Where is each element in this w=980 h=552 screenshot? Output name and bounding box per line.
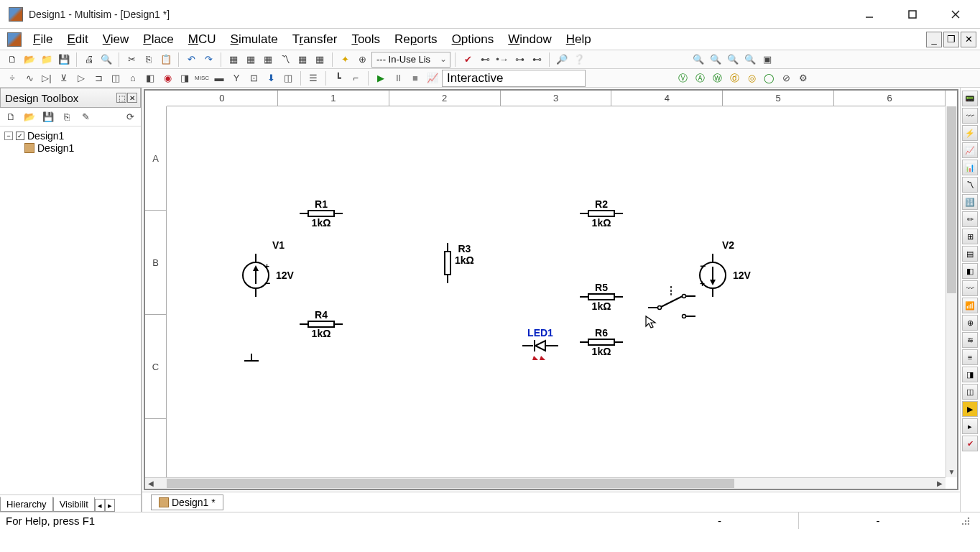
tree-root[interactable]: − ✓ Design1	[4, 130, 137, 142]
instrument-tekscope-button[interactable]: ◫	[962, 384, 978, 400]
net-d-button[interactable]: ⊷	[529, 52, 545, 68]
instrument-funcgen-button[interactable]: 〰	[962, 108, 978, 124]
component-led1[interactable]: LED1	[522, 327, 558, 362]
component-v1[interactable]: V1 + − 12V	[241, 239, 294, 297]
pause-button[interactable]: ⏸	[390, 70, 406, 86]
postproc-button[interactable]: ▦	[295, 52, 310, 68]
probe-f-button[interactable]: ◯	[761, 70, 777, 86]
instrument-logican-button[interactable]: ▤	[962, 246, 978, 262]
toolbox-pin-button[interactable]: ⬚	[116, 93, 126, 103]
tree-checkbox[interactable]: ✓	[16, 132, 24, 140]
component-r4[interactable]: R4 1kΩ	[300, 309, 343, 339]
db-button[interactable]: ⊕	[354, 52, 370, 68]
menu-help[interactable]: Help	[559, 29, 598, 50]
instrument-ivan-button[interactable]: ◧	[962, 263, 978, 279]
probe-settings-button[interactable]: ⚙	[795, 70, 811, 86]
menu-view[interactable]: View	[96, 29, 137, 50]
grid-c-button[interactable]: ▦	[260, 52, 276, 68]
component-r2[interactable]: R2 1kΩ	[580, 198, 623, 229]
toolbox-open-button[interactable]: 📂	[22, 109, 37, 125]
place-diode-button[interactable]: ▷|	[39, 70, 55, 86]
new-button[interactable]: 🗋	[4, 52, 20, 68]
instrument-ni-button[interactable]: ▸	[962, 418, 978, 434]
component-r6[interactable]: R6 1kΩ	[580, 327, 623, 357]
probe-a-button[interactable]: Ⓐ	[692, 70, 708, 86]
mdi-restore-button[interactable]: ❐	[943, 32, 959, 47]
zoom-out-button[interactable]: 🔍	[708, 52, 724, 68]
place-basic-button[interactable]: ∿	[22, 70, 37, 86]
place-electromech-button[interactable]: Y	[228, 70, 244, 86]
sim-mode-combo[interactable]: Interactive	[442, 70, 586, 87]
grid-b-button[interactable]: ▦	[243, 52, 259, 68]
component-r1[interactable]: R1 1kΩ	[300, 198, 343, 229]
toolbox-new-button[interactable]: 🗋	[3, 109, 19, 125]
bus-b-button[interactable]: ⌐	[348, 70, 364, 86]
help-button[interactable]: ❔	[571, 52, 587, 68]
schematic-canvas[interactable]: 0 1 2 3 4 5 6 A B C R1 1kΩ	[144, 89, 958, 490]
open-samples-button[interactable]: 📁	[39, 52, 55, 68]
open-button[interactable]: 📂	[22, 52, 37, 68]
place-mcu-button[interactable]: ◫	[280, 70, 296, 86]
menu-options[interactable]: Options	[445, 29, 501, 50]
component-r3[interactable]: R3 1kΩ	[443, 243, 474, 283]
scroll-thumb-v[interactable]	[947, 106, 956, 293]
tab-scroll-left[interactable]: ◂	[95, 499, 105, 512]
toolbox-close-button[interactable]: ✕	[127, 93, 137, 103]
toolbox-rename-button[interactable]: ✎	[78, 109, 93, 125]
probe-g-button[interactable]: ⊘	[778, 70, 794, 86]
component-v2[interactable]: V2 − + 12V	[698, 239, 751, 297]
instrument-probe-button[interactable]: ✔	[962, 436, 978, 451]
mdi-close-button[interactable]: ✕	[961, 32, 976, 47]
instrument-scope-button[interactable]: 📈	[962, 142, 978, 158]
mdi-minimize-button[interactable]: _	[926, 32, 942, 47]
scroll-left-icon[interactable]: ◀	[145, 478, 157, 489]
toolbox-save-button[interactable]: 💾	[40, 109, 56, 125]
net-b-button[interactable]: •→	[494, 52, 510, 68]
place-rf-button[interactable]: ▬	[211, 70, 227, 86]
instrument-agmeter-button[interactable]: ≡	[962, 349, 978, 365]
instrument-netan-button[interactable]: ⊕	[962, 315, 978, 331]
tab-visibility[interactable]: Visibilit	[53, 497, 95, 512]
probe-d-button[interactable]: ⓓ	[726, 70, 742, 86]
menu-reports[interactable]: Reports	[387, 29, 445, 50]
bus-a-button[interactable]: ┗	[330, 70, 346, 86]
instrument-wattmeter-button[interactable]: ⚡	[962, 125, 978, 141]
hierarchy-button[interactable]: ☰	[305, 70, 321, 86]
close-button[interactable]	[934, 1, 977, 27]
zoom-area-button[interactable]: 🔍	[725, 52, 741, 68]
menu-file[interactable]: File	[26, 29, 60, 50]
tree-child[interactable]: Design1	[24, 142, 137, 154]
stop-button[interactable]: ■	[407, 70, 423, 86]
menu-mcu[interactable]: MCU	[181, 29, 223, 50]
instrument-4scope-button[interactable]: 📊	[962, 160, 978, 175]
undo-button[interactable]: ↶	[183, 52, 199, 68]
instrument-agfuncgen-button[interactable]: ≋	[962, 332, 978, 348]
erc-button[interactable]: ✔	[460, 52, 476, 68]
copy-button[interactable]: ⎘	[141, 52, 157, 68]
place-connector-button[interactable]: ⬇	[263, 70, 279, 86]
place-misc-button[interactable]: ⌂	[125, 70, 141, 86]
place-ni-button[interactable]: ⊡	[246, 70, 262, 86]
run-button[interactable]: ▶	[373, 70, 389, 86]
print-preview-button[interactable]: 🔍	[98, 52, 114, 68]
probe-v-button[interactable]: Ⓥ	[675, 70, 690, 86]
scrollbar-vertical[interactable]: ▲ ▼	[946, 106, 957, 477]
print-button[interactable]: 🖨	[81, 52, 97, 68]
tab-hierarchy[interactable]: Hierarchy	[0, 497, 53, 512]
place-power-button[interactable]: ◨	[177, 70, 193, 86]
zoom-fit-button[interactable]: 🔍	[742, 52, 758, 68]
redo-button[interactable]: ↷	[200, 52, 216, 68]
probe-w-button[interactable]: Ⓦ	[709, 70, 725, 86]
instrument-distort-button[interactable]: 〰	[962, 280, 978, 296]
menu-place[interactable]: Place	[136, 29, 181, 50]
menu-window[interactable]: Window	[501, 29, 558, 50]
cut-button[interactable]: ✂	[124, 52, 139, 68]
scroll-thumb-h[interactable]	[167, 479, 734, 488]
scroll-right-icon[interactable]: ▶	[934, 478, 946, 489]
probe-e-button[interactable]: ◎	[744, 70, 759, 86]
place-indicator-button[interactable]: ◉	[160, 70, 175, 86]
menu-simulate[interactable]: Simulate	[223, 29, 285, 50]
instrument-bode-button[interactable]: 〽	[962, 177, 978, 193]
grid-a-button[interactable]: ▦	[226, 52, 241, 68]
inuse-combo[interactable]: --- In-Use Lis	[371, 52, 450, 68]
